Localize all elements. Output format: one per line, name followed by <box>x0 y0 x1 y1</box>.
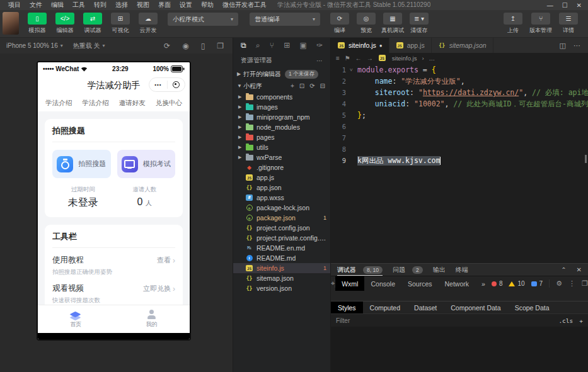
code-line-1[interactable]: 1˅module.exports = { <box>331 64 588 76</box>
tab-mine[interactable]: 我的 <box>114 305 190 333</box>
filter-input[interactable]: Filter <box>336 317 350 324</box>
code-line-3[interactable]: 3 siteroot: "https://dati.zdzyw.cn/", //… <box>331 87 588 98</box>
devtools-tab-Wxml[interactable]: Wxml <box>335 276 364 291</box>
breadcrumb-file[interactable]: JSsiteinfo.js <box>378 54 417 62</box>
styles-tab-Computed[interactable]: Computed <box>363 302 407 313</box>
file-node_modules[interactable]: ▶node_modules <box>233 122 330 132</box>
code-line-8[interactable]: 8 <box>331 144 588 155</box>
devtools-tab-Console[interactable]: Console <box>364 276 401 291</box>
code-editor[interactable]: 1˅module.exports = {2 name: "学法减分专业版",3 … <box>331 63 588 263</box>
toolbar-版本管理[interactable]: ⑂版本管理 <box>527 12 554 35</box>
menu-item-帮助[interactable]: 帮助 <box>197 1 218 8</box>
code-line-6[interactable]: 6 <box>331 121 588 132</box>
more-actions-icon[interactable]: ⋯ <box>316 57 323 64</box>
toolbar-详情[interactable]: ☰详情 <box>555 12 582 35</box>
compile-mode-select[interactable]: 普通编译 ▾ <box>250 13 320 26</box>
phone-tab-邀请好友[interactable]: 邀请好友 <box>119 99 146 108</box>
editor-tab-sitemap.json[interactable]: {}sitemap.json <box>432 38 493 53</box>
user-avatar[interactable] <box>3 12 19 35</box>
file-package.json[interactable]: npackage.json1 <box>233 213 330 223</box>
file-project.config.json[interactable]: {}project.config.json <box>233 223 330 233</box>
maximize-button[interactable]: ☐ <box>562 2 568 9</box>
tool-row-action[interactable]: 立即兑换› <box>143 284 175 293</box>
project-section[interactable]: ▼ 小程序 +⊡⟳⊟ <box>233 80 330 92</box>
wechat-capsule[interactable]: ••• <box>149 77 185 92</box>
menu-item-微信开发者工具[interactable]: 微信开发者工具 <box>218 1 271 8</box>
files-icon[interactable]: ⧉ <box>241 41 246 50</box>
styles-tab-Dataset[interactable]: Dataset <box>407 302 444 313</box>
record-icon[interactable]: ◉ <box>182 42 188 50</box>
menu-item-文件[interactable]: 文件 <box>25 1 47 8</box>
panel-tab-问题[interactable]: 问题2 <box>393 264 423 276</box>
file-components[interactable]: ▶components <box>233 92 330 102</box>
device-icon[interactable]: ▯ <box>201 42 205 50</box>
code-line-5[interactable]: 5}; <box>331 110 588 121</box>
menu-item-设置[interactable]: 设置 <box>175 1 197 8</box>
file-app.json[interactable]: {}app.json <box>233 183 330 193</box>
code-line-2[interactable]: 2 name: "学法减分专业版", <box>331 76 588 87</box>
close-target-icon[interactable] <box>173 81 180 88</box>
file-sitemap.json[interactable]: {}sitemap.json <box>233 273 330 283</box>
file-app.js[interactable]: JSapp.js <box>233 172 330 183</box>
layout-icon[interactable]: ⊞ <box>284 41 290 50</box>
forward-arrow-icon[interactable]: → <box>367 55 373 62</box>
mode-select[interactable]: 小程序模式 ▾ <box>168 13 238 26</box>
tool-row-action[interactable]: 查看› <box>157 256 175 265</box>
menu-item-界面[interactable]: 界面 <box>154 1 175 8</box>
package-icon[interactable]: ▣ <box>299 41 306 50</box>
menu-item-工具[interactable]: 工具 <box>68 1 89 8</box>
close-panel-icon[interactable]: ✕ <box>577 266 582 273</box>
menu-item-选择[interactable]: 选择 <box>111 1 132 8</box>
code-line-9[interactable]: 9k网出品 www.kjsv.com <box>331 155 588 166</box>
more-actions-icon[interactable]: ⋯ <box>574 42 580 50</box>
tool-row-观看视频[interactable]: 观看视频立即兑换› <box>52 283 175 294</box>
devtools-tab-Sources[interactable]: Sources <box>401 276 439 291</box>
fold-icon[interactable]: ˅ <box>350 67 357 73</box>
bookmark-icon[interactable]: ⚑ <box>345 55 350 62</box>
file-.gitignore[interactable]: ◆.gitignore <box>233 162 330 172</box>
menu-item-转到[interactable]: 转到 <box>89 1 111 8</box>
file-miniprogram_npm[interactable]: ▶miniprogram_npm <box>233 112 330 122</box>
more-dots-icon[interactable]: ••• <box>154 82 161 87</box>
toolbar-真机调试[interactable]: ▦真机调试 <box>379 12 406 35</box>
git-branch-icon[interactable]: ⑂ <box>270 41 274 50</box>
toolbar-清缓存[interactable]: ≣ ▾清缓存 <box>406 12 432 35</box>
minimize-button[interactable]: — <box>547 2 553 9</box>
phone-tab-学法介绍[interactable]: 学法介绍 <box>45 99 72 108</box>
file-README.en.md[interactable]: M↓README.en.md <box>233 243 330 253</box>
editor-tab-app.js[interactable]: JSapp.js <box>389 38 432 53</box>
styles-tab-Scope Data[interactable]: Scope Data <box>508 302 556 313</box>
toolbar-可视化[interactable]: ⊞可视化 <box>107 12 134 35</box>
menu-item-视图[interactable]: 视图 <box>132 1 154 8</box>
file-app.wxss[interactable]: #app.wxss <box>233 193 330 203</box>
add-rule-button[interactable]: + <box>579 317 583 324</box>
file-siteinfo.js[interactable]: JSsiteinfo.js1 <box>233 263 330 273</box>
scrollbar-thumb[interactable] <box>585 155 587 163</box>
phone-tab-兑换中心[interactable]: 兑换中心 <box>156 99 182 108</box>
devtools-tab-Network[interactable]: Network <box>439 276 476 291</box>
file-README.md[interactable]: iREADME.md <box>233 253 330 263</box>
menu-item-项目[interactable]: 项目 <box>4 1 25 8</box>
close-button[interactable]: ✕ <box>577 2 582 9</box>
tool-row-使用教程[interactable]: 使用教程查看› <box>52 255 175 266</box>
devtools-tab-»[interactable]: » <box>475 276 492 291</box>
back-arrow-icon[interactable]: ← <box>355 55 362 62</box>
refresh-icon[interactable]: ⟳ <box>309 82 314 89</box>
rotate-icon[interactable]: ⟳ <box>164 42 170 50</box>
new-folder-icon[interactable]: ⊡ <box>299 82 304 89</box>
file-version.json[interactable]: {}version.json <box>233 283 330 293</box>
file-package-lock.json[interactable]: npackage-lock.json <box>233 203 330 213</box>
search-icon[interactable]: ⌕ <box>256 41 260 50</box>
phone-tab-学法介绍[interactable]: 学法介绍 <box>82 99 108 108</box>
collapse-panel-icon[interactable]: ⌃ <box>561 266 566 273</box>
multi-window-icon[interactable]: ❐ <box>217 42 224 50</box>
toolbar-云开发[interactable]: ☁云开发 <box>135 12 161 35</box>
cls-toggle[interactable]: .cls <box>558 317 573 324</box>
editor-tab-siteinfo.js[interactable]: JSsiteinfo.js● <box>331 38 389 53</box>
popout-icon[interactable]: ❐ <box>582 279 588 288</box>
kebab-menu-icon[interactable]: ⋮ <box>568 279 575 288</box>
toolbar-模拟器[interactable]: ▯模拟器 <box>24 12 50 35</box>
open-editors-section[interactable]: ▶ 打开的编辑器 1 个未保存 <box>233 68 330 80</box>
file-wxParse[interactable]: ▶wxParse <box>233 152 330 162</box>
hot-reload-toggle[interactable]: 热重载 关 <box>73 42 100 50</box>
